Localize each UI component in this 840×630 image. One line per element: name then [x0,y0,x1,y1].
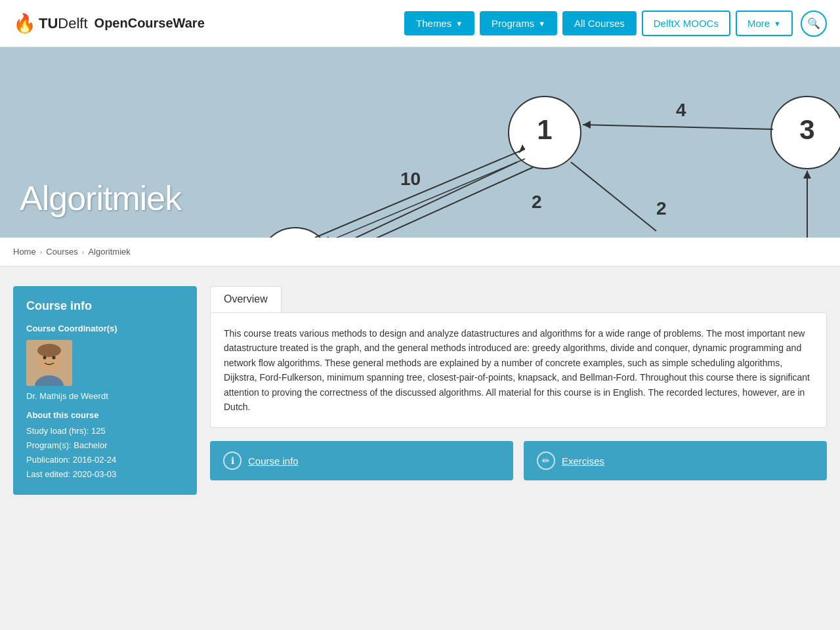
main-nav: Themes ▼ Programs ▼ All Courses DelftX M… [404,10,827,37]
instructor-photo [26,340,72,386]
chevron-down-icon: ▼ [455,20,463,28]
breadcrumb-sep-1: › [40,248,43,256]
chevron-down-icon: ▼ [538,20,545,28]
overview-text: This course treats various methods to de… [224,326,813,414]
breadcrumb-home[interactable]: Home [13,247,36,257]
course-info-button[interactable]: ℹ Course info [210,441,513,480]
last-edited: Last edited: 2020-03-03 [26,467,184,482]
info-icon: ℹ [223,452,242,470]
programs-button[interactable]: Programs ▼ [480,11,557,35]
svg-text:2: 2 [656,198,667,219]
instructor-avatar [26,340,72,386]
svg-text:10: 10 [400,169,421,189]
breadcrumb-courses[interactable]: Courses [46,247,77,257]
exercises-button[interactable]: ✏ Exercises [524,441,827,480]
tab-bar: Overview [210,286,827,312]
svg-text:2: 2 [532,192,542,212]
delftx-button[interactable]: DelftX MOOCs [642,10,730,36]
course-info-link[interactable]: Course info [248,455,299,467]
sidebar-title: Course info [26,299,184,313]
chevron-down-icon: ▼ [774,20,781,28]
svg-point-28 [43,356,47,360]
edit-icon: ✏ [537,452,555,470]
svg-text:1: 1 [537,114,552,145]
all-courses-button[interactable]: All Courses [562,11,637,35]
hero-banner: 1 3 s 4 10 2 2 6 [0,47,840,238]
programs: Program(s): Bachelor [26,438,184,453]
coordinator-label: Course Coordinator(s) [26,324,184,333]
search-icon: 🔍 [807,17,820,30]
breadcrumb-sep-2: › [82,248,85,256]
overview-body: This course treats various methods to de… [210,312,827,428]
instructor-name: Dr. Mathijs de Weerdt [26,391,184,401]
tu-text: TUDelft [39,15,88,32]
overview-panel: Overview This course treats various meth… [210,286,827,480]
publication: Publication: 2016-02-24 [26,453,184,467]
svg-point-26 [37,344,61,357]
exercises-link[interactable]: Exercises [562,455,604,467]
bottom-buttons: ℹ Course info ✏ Exercises [210,441,827,480]
themes-button[interactable]: Themes ▼ [404,11,474,35]
svg-text:4: 4 [676,100,686,120]
breadcrumb-current: Algoritmiek [88,247,130,257]
tab-overview[interactable]: Overview [210,286,282,312]
main-content: Course info Course Coordinator(s) Dr. Ma… [0,266,840,514]
tu-delft-logo: 🔥 TUDelft [13,14,88,33]
course-info-sidebar: Course info Course Coordinator(s) Dr. Ma… [13,286,197,495]
svg-point-29 [52,356,56,360]
hero-title: Algoritmiek [20,178,181,218]
header: 🔥 TUDelft OpenCourseWare Themes ▼ Progra… [0,0,840,47]
about-title: About this course [26,410,184,420]
ocw-title: OpenCourseWare [94,16,205,31]
more-button[interactable]: More ▼ [736,10,793,36]
flame-icon: 🔥 [13,14,36,33]
search-button[interactable]: 🔍 [801,10,827,37]
breadcrumb: Home › Courses › Algoritmiek [0,238,840,266]
logo-area: 🔥 TUDelft OpenCourseWare [13,14,205,33]
study-load: Study load (hrs): 125 [26,424,184,438]
svg-text:6: 6 [804,234,814,238]
svg-text:3: 3 [799,114,814,145]
